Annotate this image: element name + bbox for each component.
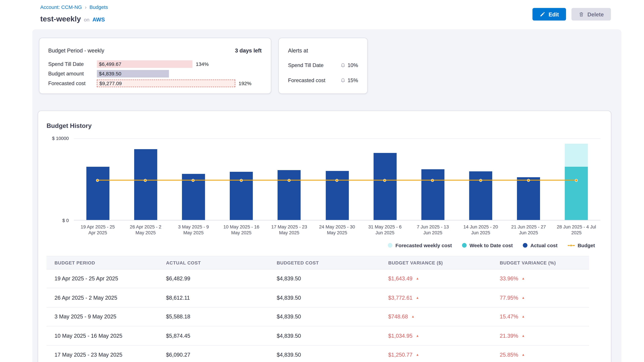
- actual-cost-bar[interactable]: [134, 149, 157, 220]
- delete-button-label: Delete: [587, 11, 604, 17]
- bell-icon: [340, 63, 346, 68]
- budget-row-bar-budget: $4,839.50: [97, 70, 169, 77]
- edit-button[interactable]: Edit: [533, 8, 566, 21]
- up-triangle-icon: ▲: [522, 353, 525, 357]
- chart-legend: Forecasted weekly costWeek to Date costA…: [38, 242, 595, 248]
- delete-button[interactable]: Delete: [572, 8, 611, 21]
- actual-cost-bar[interactable]: [374, 153, 397, 220]
- cell-budget-variance-usd: $1,250.77▲: [388, 352, 500, 358]
- x-axis-label: 28 Jun 2025 - 4 Jul 2025: [552, 224, 600, 236]
- cell-budget-period: 17 May 2025 - 23 May 2025: [54, 352, 166, 358]
- budget-row-bar-spend: $6,499.67: [97, 60, 192, 68]
- x-axis-label: 21 Jun 2025 - 27 Jun 2025: [505, 224, 552, 236]
- legend-marker-icon: [523, 243, 528, 248]
- budget-history-chart: $ 10000 $ 0: [46, 138, 611, 220]
- alert-threshold: 10%: [348, 62, 358, 68]
- budget-row-label: Forecasted cost: [48, 80, 97, 86]
- legend-item-budget[interactable]: Budget: [568, 242, 595, 248]
- x-axis-label: 31 May 2025 - 6 Jun 2025: [361, 224, 409, 236]
- x-axis-label: 7 Jun 2025 - 13 Jun 2025: [409, 224, 457, 236]
- forecasted-cost-bar[interactable]: [565, 144, 588, 167]
- legend-item-actual-cost[interactable]: Actual cost: [523, 242, 558, 248]
- budget-point[interactable]: [575, 179, 578, 182]
- legend-label: Forecasted weekly cost: [396, 242, 452, 248]
- table-row: 26 Apr 2025 - 2 May 2025$8,612.11$4,839.…: [46, 288, 589, 307]
- up-triangle-icon: ▲: [416, 277, 419, 281]
- actual-cost-bar[interactable]: [278, 170, 301, 220]
- alerts-rows: Spend Till Date10%Forecasted cost15%: [288, 61, 358, 85]
- up-triangle-icon: ▲: [416, 296, 419, 300]
- x-axis-label: 24 May 2025 - 30 May 2025: [313, 224, 361, 236]
- variance-value: 33.96%: [500, 275, 518, 282]
- budget-row-label: Spend Till Date: [48, 61, 97, 67]
- x-axis-label: 10 May 2025 - 16 May 2025: [217, 224, 265, 236]
- actual-cost-bar[interactable]: [517, 177, 540, 220]
- table-row: 3 May 2025 - 9 May 2025$5,588.18$4,839.5…: [46, 307, 589, 327]
- budget-row-value: $9,277.09: [100, 80, 122, 86]
- edit-button-label: Edit: [548, 11, 559, 17]
- x-axis-label: 3 May 2025 - 9 May 2025: [170, 224, 217, 236]
- variance-value: $3,772.61: [388, 295, 412, 301]
- budget-history-table: BUDGET PERIODACTUAL COSTBUDGETED COSTBUD…: [46, 256, 589, 362]
- legend-item-forecasted-weekly-cost[interactable]: Forecasted weekly cost: [388, 242, 452, 248]
- legend-label: Budget: [578, 242, 595, 248]
- variance-value: 25.85%: [500, 352, 518, 358]
- y-axis-min-label: $ 0: [62, 218, 69, 223]
- budget-period-row: Spend Till Date$6,499.67134%: [48, 59, 262, 69]
- week-to-date-bar[interactable]: [565, 167, 588, 220]
- cell-actual-cost: $5,874.45: [166, 333, 277, 339]
- table-row: 10 May 2025 - 16 May 2025$5,874.45$4,839…: [46, 327, 589, 346]
- cell-budget-variance-pct: 33.96%▲: [500, 275, 589, 282]
- x-axis-label: 14 Jun 2025 - 20 Jun 2025: [457, 224, 504, 236]
- cell-budget-variance-pct: 21.39%▲: [500, 333, 589, 339]
- column-header: ACTUAL COST: [166, 260, 277, 265]
- breadcrumb-budgets-link[interactable]: Budgets: [90, 4, 108, 10]
- breadcrumb-account-link[interactable]: Account: CCM-NG: [40, 4, 82, 10]
- budget-row-bar-forecast: $9,277.09: [97, 79, 235, 87]
- budget-period-rows: Spend Till Date$6,499.67134%Budget amoun…: [48, 59, 262, 88]
- alert-row: Spend Till Date10%: [288, 61, 358, 70]
- actual-cost-bar[interactable]: [469, 171, 492, 220]
- y-axis-max-label: $ 10000: [52, 136, 69, 141]
- cell-budgeted-cost: $4,839.50: [277, 295, 388, 301]
- budget-history-card: Budget History $ 10000 $ 0 19 Apr 2025 -…: [38, 111, 611, 362]
- actual-cost-bar[interactable]: [86, 167, 109, 220]
- cell-actual-cost: $8,612.11: [166, 295, 277, 301]
- x-axis-label: 19 Apr 2025 - 25 Apr 2025: [74, 224, 122, 236]
- budget-row-percent: 134%: [196, 61, 209, 67]
- legend-item-week-to-date-cost[interactable]: Week to Date cost: [462, 242, 513, 248]
- up-triangle-icon: ▲: [522, 296, 525, 300]
- table-row: 17 May 2025 - 23 May 2025$6,090.27$4,839…: [46, 346, 589, 362]
- cell-budget-variance-usd: $1,034.95▲: [388, 333, 500, 339]
- budget-point[interactable]: [527, 179, 530, 182]
- content-panel: Budget Period - weekly 3 days left Spend…: [32, 29, 622, 362]
- column-header: BUDGET VARIANCE (%): [500, 260, 589, 265]
- table-header-row: BUDGET PERIODACTUAL COSTBUDGETED COSTBUD…: [46, 256, 589, 269]
- legend-label: Actual cost: [530, 242, 558, 248]
- variance-value: $1,034.95: [388, 333, 412, 339]
- budget-period-title: Budget Period - weekly: [48, 47, 104, 54]
- budget-point[interactable]: [288, 179, 291, 182]
- alert-label: Forecasted cost: [288, 78, 325, 83]
- cell-budget-variance-usd: $1,643.49▲: [388, 275, 500, 282]
- variance-value: 77.95%: [500, 295, 518, 301]
- alert-threshold: 15%: [348, 78, 358, 83]
- column-header: BUDGET PERIOD: [54, 260, 166, 265]
- x-axis-labels: 19 Apr 2025 - 25 Apr 202526 Apr 2025 - 2…: [74, 224, 611, 236]
- page-header: Account: CCM-NG › Budgets test-weekly on…: [0, 0, 644, 29]
- cell-actual-cost: $6,482.99: [166, 275, 277, 282]
- page-title: test-weekly: [40, 15, 81, 24]
- cell-budgeted-cost: $4,839.50: [277, 352, 388, 358]
- cloud-provider-label: AWS: [92, 16, 105, 23]
- up-triangle-icon: ▲: [412, 315, 415, 319]
- cell-actual-cost: $5,588.18: [166, 314, 277, 320]
- up-triangle-icon: ▲: [522, 277, 525, 281]
- variance-value: 21.39%: [500, 333, 518, 339]
- x-axis-label: 26 Apr 2025 - 2 May 2025: [122, 224, 170, 236]
- cell-budget-variance-pct: 15.47%▲: [500, 314, 589, 320]
- column-header: BUDGETED COST: [277, 260, 388, 265]
- actual-cost-bar[interactable]: [421, 169, 444, 220]
- budget-period-card: Budget Period - weekly 3 days left Spend…: [39, 38, 271, 94]
- actual-cost-bar[interactable]: [326, 171, 349, 220]
- legend-marker-icon: [388, 243, 392, 248]
